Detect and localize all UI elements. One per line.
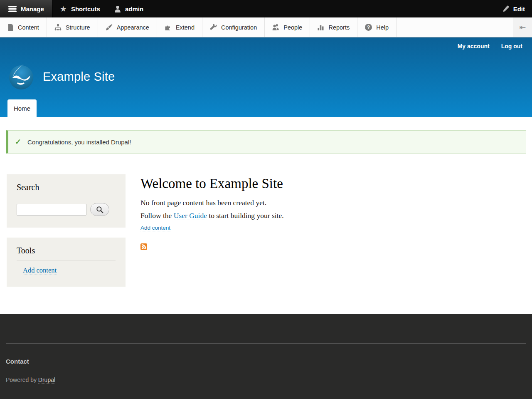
- tray-item-label: Help: [376, 24, 389, 31]
- site-name[interactable]: Example Site: [43, 70, 115, 84]
- user-icon: [114, 5, 121, 12]
- powered-by-text: Powered by: [6, 377, 38, 383]
- tab-home[interactable]: Home: [7, 99, 37, 117]
- paintbrush-icon: [106, 24, 113, 31]
- log-out-link[interactable]: Log out: [501, 43, 522, 50]
- edit-button[interactable]: Edit: [495, 0, 532, 17]
- drupal-link[interactable]: Drupal: [38, 377, 55, 384]
- rss-feed-icon[interactable]: [140, 243, 147, 250]
- bar-chart-icon: [318, 24, 324, 31]
- site-header: My account Log out Example Site Home: [0, 37, 532, 117]
- tray-item-structure[interactable]: Structure: [47, 17, 98, 37]
- search-block: Search: [7, 174, 126, 228]
- user-guide-text-suffix: to start building your site.: [207, 211, 284, 220]
- checkmark-icon: [15, 138, 21, 146]
- shortcuts-tab[interactable]: ★ Shortcuts: [53, 0, 107, 17]
- status-message: Congratulations, you installed Drupal!: [6, 130, 526, 154]
- tray-item-help[interactable]: Help: [357, 17, 397, 37]
- page-title: Welcome to Example Site: [140, 176, 525, 191]
- puzzle-icon: [165, 24, 172, 31]
- primary-tabs: Home: [7, 99, 37, 117]
- footer-contact-link[interactable]: Contact: [6, 358, 29, 365]
- tray-item-label: People: [283, 24, 302, 31]
- pencil-icon: [502, 5, 509, 12]
- manage-tab[interactable]: Manage: [0, 0, 53, 17]
- tools-add-content-link[interactable]: Add content: [23, 266, 57, 275]
- my-account-link[interactable]: My account: [458, 43, 490, 50]
- tray-item-appearance[interactable]: Appearance: [98, 17, 157, 37]
- shortcuts-tab-label: Shortcuts: [71, 5, 100, 12]
- admin-bar-spacer: [150, 0, 495, 17]
- file-icon: [7, 24, 14, 31]
- footer-divider: [6, 343, 526, 344]
- tray-item-label: Appearance: [117, 24, 149, 31]
- magnifier-icon: [96, 206, 103, 213]
- tray-item-label: Structure: [66, 24, 90, 31]
- admin-user-tab[interactable]: admin: [107, 0, 150, 17]
- admin-toolbar-tray: Content Structure Appearance Extend Conf…: [0, 17, 532, 37]
- sidebar: Search Tools Add content: [7, 174, 126, 287]
- tray-item-label: Reports: [328, 24, 350, 31]
- status-message-region: Congratulations, you installed Drupal!: [6, 130, 526, 154]
- question-icon: [365, 24, 372, 31]
- tools-block-title: Tools: [17, 246, 116, 260]
- search-form: [17, 203, 116, 216]
- tray-item-label: Content: [18, 24, 39, 31]
- hamburger-menu-icon: [8, 6, 17, 12]
- tools-block: Tools Add content: [7, 238, 126, 287]
- site-branding: Example Site: [7, 63, 115, 90]
- sitemap-icon: [54, 24, 62, 31]
- main-content: Welcome to Example Site No front page co…: [140, 174, 525, 252]
- footer: Contact Powered by Drupal: [0, 314, 532, 399]
- orientation-toggle-icon[interactable]: [513, 17, 532, 37]
- secondary-menu: My account Log out: [458, 43, 522, 50]
- user-guide-text-prefix: Follow the: [140, 211, 174, 220]
- powered-by: Powered by Drupal: [6, 377, 526, 383]
- drupal-logo[interactable]: [7, 63, 35, 90]
- tray-spacer: [397, 17, 513, 37]
- status-message-text: Congratulations, you installed Drupal!: [27, 139, 131, 146]
- tray-item-reports[interactable]: Reports: [310, 17, 357, 37]
- admin-user-label: admin: [125, 5, 143, 12]
- tray-item-label: Configuration: [221, 24, 257, 31]
- search-block-title: Search: [17, 183, 116, 197]
- user-guide-text: Follow the User Guide to start building …: [140, 211, 525, 221]
- main-layout: Search Tools Add content Welcome to Exam…: [7, 174, 525, 314]
- user-guide-link[interactable]: User Guide: [174, 211, 207, 220]
- empty-frontpage-text: No front page content has been created y…: [140, 198, 525, 208]
- add-content-link[interactable]: Add content: [140, 225, 170, 231]
- admin-toolbar-bar: Manage ★ Shortcuts admin Edit: [0, 0, 532, 17]
- tray-item-label: Extend: [176, 24, 195, 31]
- tray-item-people[interactable]: People: [265, 17, 310, 37]
- search-button[interactable]: [90, 203, 109, 216]
- manage-tab-label: Manage: [21, 5, 44, 12]
- tray-item-content[interactable]: Content: [0, 17, 47, 37]
- edit-button-label: Edit: [513, 5, 525, 12]
- star-icon: ★: [60, 5, 67, 13]
- people-icon: [272, 24, 279, 31]
- tray-item-configuration[interactable]: Configuration: [202, 17, 265, 37]
- tray-item-extend[interactable]: Extend: [157, 17, 202, 37]
- wrench-icon: [210, 24, 217, 31]
- search-input[interactable]: [17, 204, 86, 216]
